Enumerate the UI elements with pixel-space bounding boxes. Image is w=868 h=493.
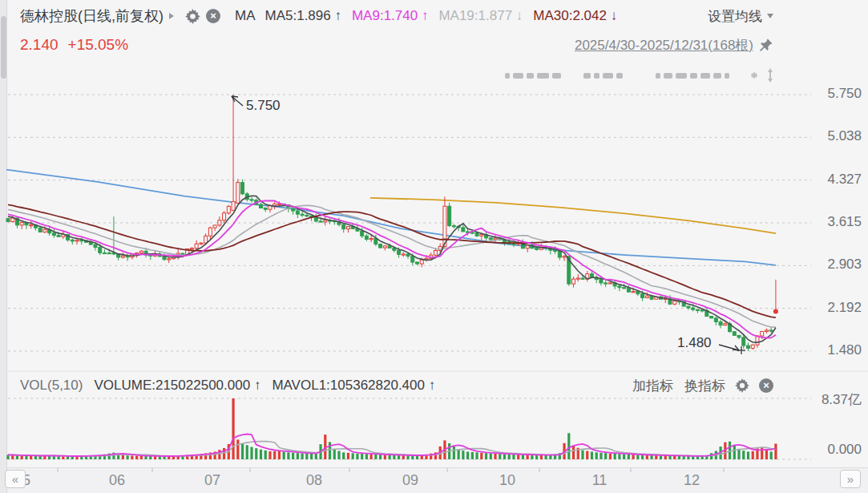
ma-readout: MA19:1.877 ↓: [438, 8, 523, 24]
time-axis-label: 06: [109, 472, 125, 489]
last-price: 2.140: [20, 36, 59, 54]
price-axis-label: 5.038: [827, 128, 862, 144]
vol-gear-icon[interactable]: [735, 378, 749, 393]
chart-canvas[interactable]: [0, 0, 868, 493]
pin-icon[interactable]: [758, 38, 773, 53]
date-range-link[interactable]: 2025/4/30-2025/12/31(168根): [575, 36, 753, 55]
mavol-arrow: ↑: [429, 378, 436, 393]
date-range-group: 2025/4/30-2025/12/31(168根): [575, 36, 773, 55]
price-axis-label: 5.750: [827, 86, 862, 102]
scroll-left-button[interactable]: «: [5, 470, 26, 488]
volume-header: VOL(5,10) VOLUME:215022500.000 ↑ MAVOL1:…: [7, 374, 868, 398]
time-axis-label: 11: [592, 472, 608, 489]
mavol-value: MAVOL1:105362820.400: [272, 378, 425, 393]
ma-readouts: MA5:1.896 ↑MA9:1.740 ↑MA19:1.877 ↓MA30:2…: [265, 8, 628, 24]
title-caret-icon[interactable]: [169, 13, 174, 19]
volume-arrow: ↑: [254, 378, 261, 393]
volume-axis-min: 0.000: [827, 442, 862, 458]
time-axis-label: 09: [402, 472, 418, 489]
ma-settings-button[interactable]: 设置均线: [708, 7, 773, 26]
close-indicator-icon[interactable]: ×: [206, 9, 220, 23]
chart-header: 德林控股(日线,前复权) × MA MA5:1.896 ↑MA9:1.740 ↑…: [7, 0, 868, 32]
price-axis-label: 3.615: [827, 214, 862, 230]
time-axis-label: 08: [306, 472, 322, 489]
chevron-down-icon: [767, 14, 773, 18]
mavol-readout: MAVOL1:105362820.400 ↑: [272, 378, 435, 394]
time-axis-label: 12: [684, 472, 700, 489]
ma-group-label: MA: [235, 8, 256, 24]
price-axis-label: 2.192: [827, 300, 862, 316]
change-percent: +15.05%: [68, 36, 129, 54]
ma-settings-label: 设置均线: [708, 7, 762, 26]
scroll-right-button[interactable]: »: [840, 470, 861, 488]
add-indicator-button[interactable]: 加指标: [632, 377, 673, 395]
time-axis-label: 07: [204, 472, 220, 489]
price-axis-label: 2.903: [827, 257, 862, 273]
volume-readout: VOLUME:215022500.000 ↑: [94, 378, 260, 394]
gear-icon[interactable]: [185, 9, 200, 24]
volume-axis-max: 8.37亿: [822, 390, 862, 409]
price-row: 2.140 +15.05% 2025/4/30-2025/12/31(168根): [7, 32, 868, 58]
volume-value: VOLUME:215022500.000: [94, 378, 250, 393]
ma-readout: MA30:2.042 ↓: [533, 8, 617, 24]
ma-readout: MA5:1.896 ↑: [265, 8, 341, 24]
price-axis-label: 1.480: [827, 342, 862, 358]
switch-indicator-button[interactable]: 换指标: [684, 377, 725, 395]
low-annotation: 1.480: [677, 335, 712, 351]
stock-chart-window: 德林控股(日线,前复权) × MA MA5:1.896 ↑MA9:1.740 ↑…: [0, 0, 868, 493]
indicator-actions: 加指标 换指标 ×: [621, 377, 773, 395]
ma-readout: MA9:1.740 ↑: [352, 8, 428, 24]
vol-indicator-label: VOL(5,10): [20, 378, 83, 394]
high-annotation: 5.750: [246, 98, 281, 114]
price-axis-label: 4.327: [827, 172, 862, 188]
time-axis-label: 10: [499, 472, 515, 489]
symbol-title[interactable]: 德林控股(日线,前复权): [20, 6, 164, 26]
vol-close-icon[interactable]: ×: [759, 378, 773, 393]
